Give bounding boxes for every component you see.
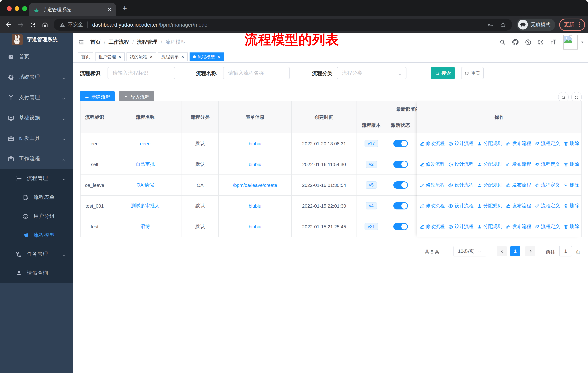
sidebar-item-流程模型[interactable]: 流程模型 bbox=[0, 226, 73, 245]
tag-close-icon[interactable]: ✕ bbox=[217, 54, 220, 59]
page-tag-我的流程[interactable]: 我的流程✕ bbox=[126, 52, 156, 61]
process-name-link[interactable]: 测试多审批人 bbox=[131, 202, 159, 209]
action-删除[interactable]: 删除 bbox=[564, 223, 579, 230]
form-info-link[interactable]: /bpm/oa/leave/create bbox=[233, 182, 277, 188]
action-修改流程[interactable]: 修改流程 bbox=[420, 182, 445, 188]
action-流程定义[interactable]: 流程定义 bbox=[535, 202, 560, 209]
next-page-button[interactable] bbox=[525, 246, 535, 256]
close-window-button[interactable] bbox=[7, 6, 12, 11]
action-发布流程[interactable]: 发布流程 bbox=[506, 202, 531, 209]
minimize-window-button[interactable] bbox=[15, 6, 19, 11]
password-key-icon[interactable] bbox=[487, 21, 494, 28]
action-发布流程[interactable]: 发布流程 bbox=[506, 182, 531, 188]
home-icon[interactable] bbox=[42, 21, 49, 28]
action-删除[interactable]: 删除 bbox=[564, 182, 579, 188]
action-分配规则[interactable]: 分配规则 bbox=[477, 182, 502, 188]
window-controls[interactable] bbox=[7, 6, 27, 11]
current-page-button[interactable]: 1 bbox=[510, 246, 520, 256]
action-流程定义[interactable]: 流程定义 bbox=[535, 182, 560, 188]
action-分配规则[interactable]: 分配规则 bbox=[477, 223, 502, 230]
action-设计流程[interactable]: 设计流程 bbox=[448, 140, 473, 147]
action-发布流程[interactable]: 发布流程 bbox=[506, 140, 531, 147]
sidebar-item-流程管理[interactable]: 流程管理 bbox=[0, 169, 73, 188]
browser-tab[interactable]: 芋道管理系统 ✕ bbox=[29, 3, 116, 16]
security-label[interactable]: 不安全 bbox=[68, 21, 83, 28]
goto-page-input[interactable]: 1 bbox=[559, 246, 572, 256]
active-toggle[interactable] bbox=[393, 181, 408, 189]
sidebar-item-基础设施[interactable]: 基础设施 bbox=[0, 108, 73, 128]
sidebar-item-首页[interactable]: 首页 bbox=[0, 47, 73, 67]
fold-menu-icon[interactable] bbox=[78, 39, 84, 46]
tag-close-icon[interactable]: ✕ bbox=[149, 54, 153, 59]
page-tag-租户管理[interactable]: 租户管理✕ bbox=[95, 52, 125, 61]
form-info-link[interactable]: biubiu bbox=[249, 161, 261, 167]
action-修改流程[interactable]: 修改流程 bbox=[420, 223, 445, 230]
column-header-流程标识[interactable]: 流程标识 bbox=[81, 101, 109, 133]
active-toggle[interactable] bbox=[393, 202, 408, 210]
tag-close-icon[interactable]: ✕ bbox=[181, 54, 184, 59]
page-size-select[interactable]: 10条/页 bbox=[453, 246, 486, 256]
reload-icon[interactable] bbox=[30, 21, 36, 28]
action-修改流程[interactable]: 修改流程 bbox=[420, 202, 445, 209]
page-tag-首页[interactable]: 首页 bbox=[78, 52, 93, 61]
filter-name-input[interactable]: 请输入流程名称 bbox=[223, 67, 290, 79]
form-info-link[interactable]: biubiu bbox=[249, 224, 261, 229]
sidebar-item-支付管理[interactable]: 支付管理 bbox=[0, 87, 73, 108]
github-icon[interactable] bbox=[512, 39, 519, 46]
search-icon[interactable] bbox=[499, 39, 506, 45]
zoom-window-button[interactable] bbox=[22, 6, 27, 11]
update-chrome-button[interactable]: 更新 bbox=[559, 18, 585, 31]
active-toggle[interactable] bbox=[393, 161, 408, 168]
more-menu-icon[interactable] bbox=[576, 21, 583, 28]
action-分配规则[interactable]: 分配规则 bbox=[477, 161, 502, 168]
address-bar[interactable]: 不安全 dashboard.yudao.iocoder.cn/bpm/manag… bbox=[53, 19, 512, 30]
sidebar-item-用户分组[interactable]: 用户分组 bbox=[0, 207, 73, 226]
action-分配规则[interactable]: 分配规则 bbox=[477, 140, 502, 147]
caret-down-icon[interactable] bbox=[580, 39, 584, 45]
reset-button[interactable]: 重置 bbox=[461, 67, 484, 79]
action-修改流程[interactable]: 修改流程 bbox=[420, 161, 445, 168]
fullscreen-icon[interactable] bbox=[538, 39, 544, 45]
sidebar-item-任务管理[interactable]: 任务管理 bbox=[0, 245, 73, 264]
user-avatar[interactable] bbox=[563, 35, 578, 49]
process-name-link[interactable]: 滔博 bbox=[141, 223, 150, 230]
column-header-流程分类[interactable]: 流程分类 bbox=[182, 101, 219, 133]
bookmark-star-icon[interactable] bbox=[500, 21, 506, 28]
active-toggle[interactable] bbox=[393, 223, 408, 230]
tab-close-icon[interactable]: ✕ bbox=[107, 7, 112, 12]
prev-page-button[interactable] bbox=[497, 246, 507, 256]
column-header-表单信息[interactable]: 表单信息 bbox=[219, 101, 292, 133]
action-设计流程[interactable]: 设计流程 bbox=[448, 182, 473, 188]
filter-id-input[interactable]: 请输入流程标识 bbox=[107, 67, 175, 79]
page-tag-流程表单[interactable]: 流程表单✕ bbox=[158, 52, 188, 61]
process-name-link[interactable]: OA 请假 bbox=[136, 182, 154, 188]
column-header-创建时间[interactable]: 创建时间 bbox=[292, 101, 357, 133]
font-size-icon[interactable] bbox=[550, 39, 557, 46]
form-info-link[interactable]: biubiu bbox=[249, 203, 261, 209]
sidebar-logo[interactable]: 芋道管理系统 bbox=[0, 33, 73, 47]
action-设计流程[interactable]: 设计流程 bbox=[448, 161, 473, 168]
action-设计流程[interactable]: 设计流程 bbox=[448, 202, 473, 209]
breadcrumb-item[interactable]: 流程管理 bbox=[137, 39, 158, 45]
search-button[interactable]: 搜索 bbox=[431, 67, 455, 79]
sidebar-item-系统管理[interactable]: 系统管理 bbox=[0, 67, 73, 87]
action-分配规则[interactable]: 分配规则 bbox=[477, 202, 502, 209]
action-修改流程[interactable]: 修改流程 bbox=[420, 140, 445, 147]
action-发布流程[interactable]: 发布流程 bbox=[506, 223, 531, 230]
column-header-流程名称[interactable]: 流程名称 bbox=[109, 101, 182, 133]
page-tag-流程模型[interactable]: 流程模型✕ bbox=[189, 52, 224, 61]
action-流程定义[interactable]: 流程定义 bbox=[535, 161, 560, 168]
column-header-激活状态[interactable]: 激活状态 bbox=[386, 117, 415, 133]
tag-close-icon[interactable]: ✕ bbox=[118, 54, 121, 59]
forward-icon[interactable] bbox=[18, 21, 24, 28]
action-删除[interactable]: 删除 bbox=[564, 140, 579, 147]
new-tab-button[interactable]: + bbox=[123, 4, 127, 13]
action-删除[interactable]: 删除 bbox=[564, 202, 579, 209]
help-icon[interactable] bbox=[525, 39, 532, 45]
sidebar-item-研发工具[interactable]: 研发工具 bbox=[0, 128, 73, 149]
action-流程定义[interactable]: 流程定义 bbox=[535, 140, 560, 147]
back-icon[interactable] bbox=[5, 21, 12, 28]
column-header-流程版本[interactable]: 流程版本 bbox=[357, 117, 386, 133]
url-text[interactable]: dashboard.yudao.iocoder.cn/bpm/manager/m… bbox=[92, 22, 209, 28]
action-设计流程[interactable]: 设计流程 bbox=[448, 223, 473, 230]
